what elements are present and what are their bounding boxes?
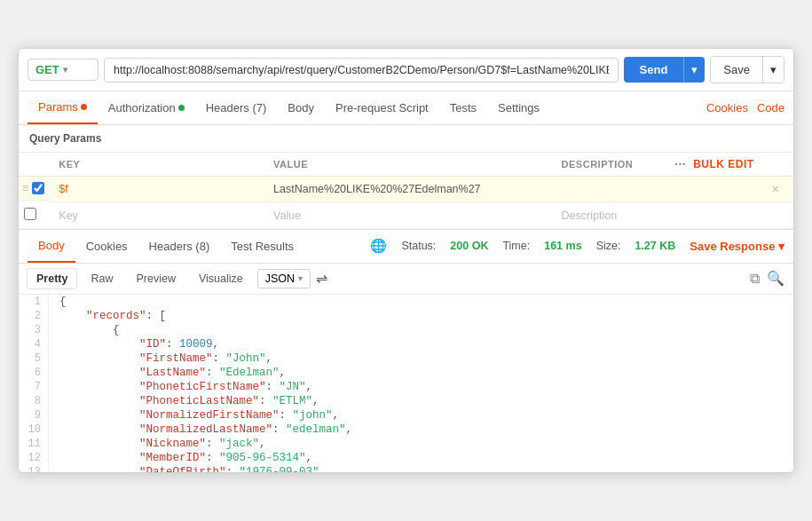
response-status: 🌐 Status: 200 OK Time: 161 ms Size: 1.27… <box>370 238 784 254</box>
format-type-chevron-icon: ▾ <box>298 273 303 283</box>
tab-authorization[interactable]: Authorization <box>98 92 195 123</box>
code-line-1: 1 { <box>19 295 793 309</box>
format-bar: Pretty Raw Preview Visualize JSON ▾ ⇌ ⧉ … <box>19 264 793 295</box>
col-description: DESCRIPTION ··· Bulk Edit <box>553 153 763 177</box>
code-link[interactable]: Code <box>757 101 784 114</box>
tab-headers[interactable]: Headers (7) <box>195 92 278 123</box>
response-code-area: 1 { 2 "records": [ 3 { 4 "ID": 10009, 5 <box>19 295 793 472</box>
save-response-button[interactable]: Save Response ▾ <box>690 240 784 253</box>
param-empty-checkbox[interactable] <box>24 208 36 220</box>
param-empty-action <box>763 202 793 229</box>
response-tab-headers[interactable]: Headers (8) <box>138 231 221 262</box>
more-options-icon[interactable]: ··· <box>674 157 686 171</box>
tabs-right: Cookies Code <box>706 101 784 114</box>
param-row-1-desc[interactable] <box>553 177 763 202</box>
code-line-6: 6 "LastName": "Edelman", <box>19 366 793 380</box>
code-line-3: 3 { <box>19 323 793 337</box>
params-dot <box>81 104 87 110</box>
status-value: 200 OK <box>450 240 488 252</box>
col-actions <box>763 153 793 177</box>
response-tab-test-results[interactable]: Test Results <box>220 231 304 262</box>
status-label: Status: <box>401 240 436 252</box>
auth-dot <box>178 105 185 111</box>
app-window: GET ▾ Send ▾ Save ▾ Params Authorization… <box>18 48 794 473</box>
format-raw-button[interactable]: Raw <box>82 269 122 288</box>
globe-icon: 🌐 <box>370 238 387 254</box>
send-btn-group: Send ▾ <box>624 57 706 83</box>
query-params-section: Query Params KEY VALUE DESCRIPTION ··· B… <box>19 125 793 229</box>
search-button[interactable]: 🔍 <box>767 270 784 287</box>
copy-button[interactable]: ⧉ <box>750 270 760 287</box>
method-chevron-icon: ▾ <box>63 65 67 75</box>
code-line-13: 13 "DateOfBirth": "1976-09-03", <box>19 465 793 472</box>
format-visualize-button[interactable]: Visualize <box>190 269 252 288</box>
time-value: 161 ms <box>544 240 581 252</box>
col-key: KEY <box>50 153 264 177</box>
code-line-4: 4 "ID": 10009, <box>19 337 793 351</box>
tab-body[interactable]: Body <box>277 92 325 123</box>
param-row-1-checkbox[interactable] <box>32 182 44 194</box>
format-bar-right: ⧉ 🔍 <box>750 270 784 287</box>
size-value: 1.27 KB <box>635 240 675 252</box>
save-dropdown-button[interactable]: ▾ <box>762 57 784 83</box>
wrap-icon[interactable]: ⇌ <box>316 270 327 287</box>
response-tab-cookies[interactable]: Cookies <box>75 231 138 262</box>
code-line-8: 8 "PhoneticLastName": "ETLM", <box>19 394 793 408</box>
bulk-edit-button[interactable]: Bulk Edit <box>693 158 754 170</box>
param-row-1-value[interactable]: LastName%20LIKE%20%27Edelman%27 <box>264 177 553 202</box>
code-line-2: 2 "records": [ <box>19 309 793 323</box>
top-bar: GET ▾ Send ▾ Save ▾ <box>19 49 793 91</box>
format-type-label: JSON <box>265 272 295 285</box>
save-btn-group: Save ▾ <box>710 56 784 83</box>
method-label: GET <box>35 63 59 76</box>
code-line-5: 5 "FirstName": "John", <box>19 351 793 366</box>
tab-tests[interactable]: Tests <box>439 92 487 123</box>
param-row-1: ≡ $f LastName%20LIKE%20%27Edelman%27 × <box>19 177 793 202</box>
send-dropdown-button[interactable]: ▾ <box>683 57 705 83</box>
param-row-1-key[interactable]: $f <box>50 177 264 202</box>
format-pretty-button[interactable]: Pretty <box>28 269 76 288</box>
response-tab-body[interactable]: Body <box>28 230 75 263</box>
request-tabs-bar: Params Authorization Headers (7) Body Pr… <box>19 91 793 125</box>
format-preview-button[interactable]: Preview <box>127 269 184 288</box>
code-line-12: 12 "MemberID": "905-96-5314", <box>19 451 793 465</box>
code-line-9: 9 "NormalizedFirstName": "john", <box>19 408 793 422</box>
response-tabs-bar: Body Cookies Headers (8) Test Results 🌐 … <box>19 230 793 264</box>
send-button[interactable]: Send <box>624 57 684 83</box>
code-line-7: 7 "PhoneticFirstName": "JN", <box>19 380 793 394</box>
tab-prerequest[interactable]: Pre-request Script <box>325 92 439 123</box>
param-empty-value[interactable]: Value <box>264 202 553 229</box>
format-type-select[interactable]: JSON ▾ <box>257 269 311 288</box>
save-button[interactable]: Save <box>711 57 762 83</box>
code-line-11: 11 "Nickname": "jack", <box>19 437 793 451</box>
cookies-link[interactable]: Cookies <box>706 101 748 114</box>
col-value: VALUE <box>264 153 553 177</box>
response-section: Body Cookies Headers (8) Test Results 🌐 … <box>19 229 793 472</box>
size-label: Size: <box>596 240 621 252</box>
drag-handle-icon[interactable]: ≡ <box>22 182 28 194</box>
url-input[interactable] <box>104 58 619 83</box>
query-params-title: Query Params <box>19 125 793 152</box>
time-label: Time: <box>502 240 530 252</box>
params-table: KEY VALUE DESCRIPTION ··· Bulk Edit <box>19 152 793 229</box>
param-row-empty: Key Value Description <box>19 202 793 229</box>
param-empty-desc[interactable]: Description <box>553 202 763 229</box>
method-select[interactable]: GET ▾ <box>28 59 99 81</box>
code-line-10: 10 "NormalizedLastName": "edelman", <box>19 422 793 437</box>
param-row-1-close[interactable]: × <box>763 177 793 202</box>
param-empty-key[interactable]: Key <box>50 202 264 229</box>
tab-params[interactable]: Params <box>28 91 98 124</box>
tab-settings[interactable]: Settings <box>487 92 550 123</box>
